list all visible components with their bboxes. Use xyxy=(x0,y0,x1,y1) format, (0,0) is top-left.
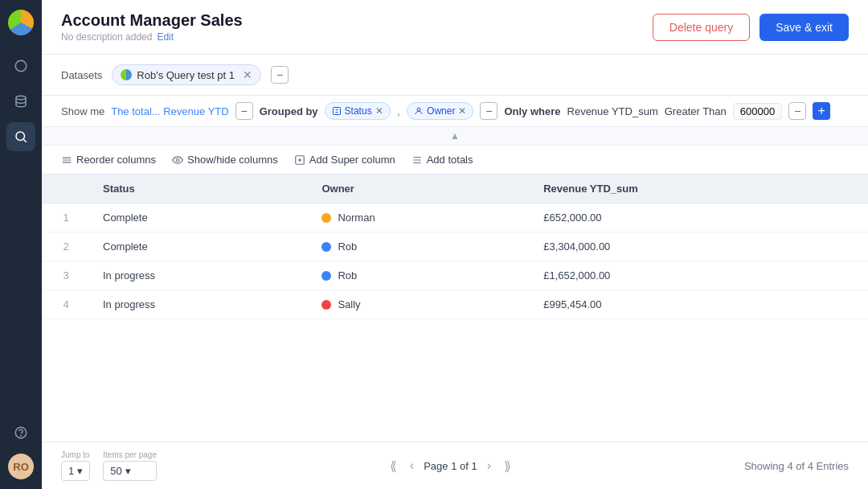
data-table-container: Status Owner Revenue YTD_sum 1 Complete … xyxy=(42,175,868,442)
row-number: 2 xyxy=(42,232,90,261)
reorder-icon xyxy=(61,154,72,166)
page-indicator: Page 1 of 1 xyxy=(424,460,477,472)
footer: Jump to 1 ▾ Items per page 50 ▾ ⟪ ‹ Page… xyxy=(42,442,868,489)
footer-left: Jump to 1 ▾ Items per page 50 ▾ xyxy=(61,450,157,481)
table-row: 3 In progress Rob £1,652,000.00 xyxy=(42,261,868,290)
sidebar-item-help[interactable] xyxy=(6,418,35,447)
row-status: In progress xyxy=(90,290,309,319)
sidebar: RO xyxy=(0,0,42,489)
svg-point-8 xyxy=(176,158,179,162)
svg-line-3 xyxy=(23,139,26,142)
items-per-page-chevron: ▾ xyxy=(125,465,131,477)
row-number: 4 xyxy=(42,290,90,319)
comma-divider: , xyxy=(397,104,400,118)
showing-entries-text: Showing 4 of 4 Entries xyxy=(744,460,849,472)
show-me-label: Show me xyxy=(61,105,104,117)
data-table: Status Owner Revenue YTD_sum 1 Complete … xyxy=(42,175,868,319)
first-page-button[interactable]: ⟪ xyxy=(387,455,400,477)
revenue-link[interactable]: The total... Revenue YTD xyxy=(111,105,228,117)
row-number: 1 xyxy=(42,203,90,232)
svg-point-5 xyxy=(21,435,22,436)
status-tag-icon xyxy=(332,106,342,116)
prev-page-button[interactable]: ‹ xyxy=(407,455,417,476)
owner-color-dot xyxy=(321,271,331,281)
page-title: Account Manager Sales xyxy=(61,11,243,30)
svg-point-2 xyxy=(16,132,25,141)
condition-minus-button[interactable]: − xyxy=(788,102,806,120)
owner-color-dot xyxy=(321,213,331,223)
row-revenue: £995,454.00 xyxy=(530,290,868,319)
next-page-button[interactable]: › xyxy=(484,455,494,476)
row-owner: Rob xyxy=(309,261,530,290)
datasets-toolbar: Datasets Rob's Query test pt 1 ✕ − xyxy=(42,55,868,96)
table-header-row: Status Owner Revenue YTD_sum xyxy=(42,175,868,203)
status-tag-label: Status xyxy=(345,105,372,117)
jump-to-chevron: ▾ xyxy=(77,465,83,477)
svg-point-1 xyxy=(16,96,26,100)
last-page-button[interactable]: ⟫ xyxy=(501,455,514,477)
row-owner: Rob xyxy=(309,232,530,261)
status-tag[interactable]: Status ✕ xyxy=(325,102,391,120)
row-revenue: £3,304,000.00 xyxy=(530,232,868,261)
condition-value[interactable]: 600000 xyxy=(733,103,782,120)
only-where-label: Only where xyxy=(504,105,560,117)
datasets-minus-button[interactable]: − xyxy=(271,66,289,84)
row-revenue: £1,652,000.00 xyxy=(530,261,868,290)
owner-color-dot xyxy=(321,300,331,310)
table-toolbar: Reorder columns Show/hide columns Add Su… xyxy=(42,146,868,175)
show-minus-button[interactable]: − xyxy=(235,102,253,120)
owner-name: Rob xyxy=(338,240,357,253)
row-number: 3 xyxy=(42,261,90,290)
items-per-page-value: 50 xyxy=(110,465,121,477)
dataset-remove-icon[interactable]: ✕ xyxy=(243,68,252,81)
dataset-chip[interactable]: Rob's Query test pt 1 ✕ xyxy=(112,64,261,85)
row-revenue: £652,000.00 xyxy=(530,203,868,232)
edit-link[interactable]: Edit xyxy=(157,31,174,43)
logo-icon[interactable] xyxy=(8,10,34,35)
owner-name: Sally xyxy=(338,298,360,310)
avatar[interactable]: RO xyxy=(8,454,34,479)
jump-to-label: Jump to xyxy=(61,450,90,459)
delete-query-button[interactable]: Delete query xyxy=(653,14,750,41)
jump-to-value: 1 xyxy=(68,465,74,477)
reorder-columns-button[interactable]: Reorder columns xyxy=(61,154,156,166)
dataset-icon xyxy=(121,69,132,80)
header: Account Manager Sales No description add… xyxy=(42,0,868,55)
items-per-page-label: Items per page xyxy=(103,450,157,459)
jump-to-select[interactable]: 1 ▾ xyxy=(61,461,90,481)
grouped-minus-button[interactable]: − xyxy=(480,102,497,120)
grouped-by-label: Grouped by xyxy=(260,105,318,117)
condition-plus-button[interactable]: + xyxy=(813,102,830,120)
show-hide-columns-button[interactable]: Show/hide columns xyxy=(172,154,278,166)
sidebar-item-search[interactable] xyxy=(6,122,35,151)
add-super-column-button[interactable]: Add Super column xyxy=(294,154,395,166)
jump-to-control: Jump to 1 ▾ xyxy=(61,450,90,481)
dataset-name: Rob's Query test pt 1 xyxy=(137,69,235,81)
table-row: 4 In progress Sally £995,454.00 xyxy=(42,290,868,319)
datasets-label: Datasets xyxy=(61,69,102,81)
svg-point-7 xyxy=(417,108,420,111)
row-owner: Norman xyxy=(309,203,530,232)
col-owner: Owner xyxy=(309,175,530,203)
chevron-up-icon: ▲ xyxy=(450,130,460,142)
owner-color-dot xyxy=(321,242,331,252)
svg-rect-6 xyxy=(333,108,340,115)
collapse-bar[interactable]: ▲ xyxy=(42,127,868,146)
owner-tag[interactable]: Owner ✕ xyxy=(407,102,473,120)
row-owner: Sally xyxy=(309,290,530,319)
owner-tag-icon xyxy=(414,106,424,116)
pagination: ⟪ ‹ Page 1 of 1 › ⟫ xyxy=(387,455,514,477)
row-status: Complete xyxy=(90,203,309,232)
items-per-page-select[interactable]: 50 ▾ xyxy=(103,461,157,481)
sidebar-item-circle[interactable] xyxy=(6,51,35,80)
add-totals-button[interactable]: Add totals xyxy=(411,154,473,166)
col-revenue: Revenue YTD_sum xyxy=(530,175,868,203)
totals-icon xyxy=(411,154,423,166)
sidebar-item-database[interactable] xyxy=(6,87,35,116)
table-row: 2 Complete Rob £3,304,000.00 xyxy=(42,232,868,261)
status-tag-remove[interactable]: ✕ xyxy=(375,105,383,117)
owner-tag-remove[interactable]: ✕ xyxy=(458,105,466,117)
condition-field: Revenue YTD_sum xyxy=(567,105,658,117)
save-exit-button[interactable]: Save & exit xyxy=(760,14,849,41)
row-status: Complete xyxy=(90,232,309,261)
